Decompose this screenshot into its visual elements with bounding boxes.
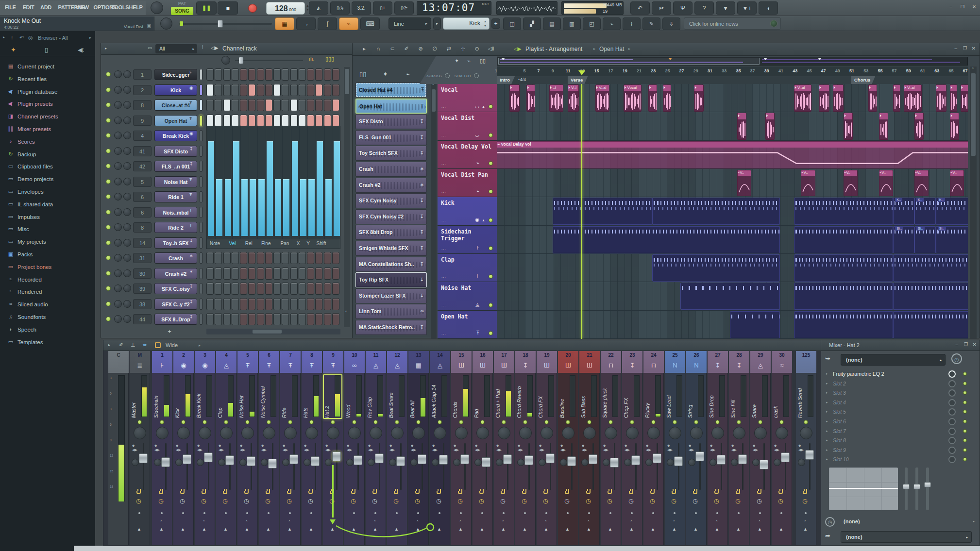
channel-target-strip[interactable] [200, 252, 203, 264]
panel-eq-preview[interactable] [829, 468, 898, 510]
rack-keyboard-toggle-icon[interactable]: ▯▯▯ [325, 56, 334, 62]
rack-graph-toggle-icon[interactable]: ılı. [309, 56, 315, 62]
step-cell[interactable] [332, 313, 339, 325]
brush-tool-button[interactable]: ✎ [642, 17, 660, 30]
strip-route-arrow-icon[interactable]: ▲ [544, 527, 548, 532]
step-cell[interactable] [257, 252, 264, 264]
link-channels-button[interactable]: ⌁ [339, 17, 358, 30]
strip-header[interactable]: 17Ш [494, 351, 514, 373]
strip-fader-handle[interactable] [439, 455, 448, 465]
channel-enable-led[interactable] [106, 72, 111, 77]
strip-clock-icon[interactable]: ◷ [244, 498, 249, 504]
slot-enable-led[interactable] [963, 391, 967, 395]
mixer-strip-saw-lead[interactable]: 25NSaw Lead◆ ◀▶◷⌃▲ [665, 351, 685, 545]
strip-pan-knob[interactable] [370, 427, 382, 439]
strip-pan-knob[interactable] [669, 427, 681, 439]
step-cell[interactable] [315, 99, 322, 111]
strip-stereo-knob[interactable] [624, 459, 631, 466]
slot-enable-led[interactable] [963, 410, 967, 414]
strip-route-arrow-icon[interactable]: ▲ [501, 527, 506, 532]
strip-sep-icon[interactable]: ◆ ◀▶ [539, 443, 544, 452]
strip-pan-knob[interactable] [284, 427, 297, 439]
slot-expand-icon[interactable]: ▸ [826, 382, 828, 385]
strip-fader-handle[interactable] [695, 451, 704, 461]
step-cell[interactable] [206, 84, 214, 96]
step-cell[interactable] [257, 298, 264, 310]
slot-enable-led[interactable] [963, 382, 967, 385]
eq-mini-slider-handle[interactable] [903, 484, 910, 489]
step-cell[interactable] [248, 84, 255, 96]
step-cell[interactable] [240, 283, 247, 295]
picker-item-toy-scritch-sfx[interactable]: Toy Scritch SFX↧ [355, 146, 427, 161]
strip-sep-icon[interactable]: ◆ ◀▶ [219, 443, 224, 452]
browser-item-templates[interactable]: ▭Templates [0, 337, 95, 349]
snap-next-button[interactable]: ▸ [433, 17, 441, 30]
strip-fader-handle[interactable] [610, 458, 619, 468]
playlist-track-header-noise-hat[interactable]: Noise Hat...◬ [438, 282, 497, 310]
audio-clip[interactable]: ⏵ [509, 84, 519, 112]
picker-item-ma-constellations-sh-[interactable]: MA Constellations Sh..↧ [355, 257, 427, 272]
strip-enable-led[interactable] [267, 420, 271, 424]
mixer-strip-pad[interactable]: 16ШPad◆ ◀▶◷▲ [473, 351, 493, 545]
strip-route-arrow-icon[interactable]: ▲ [159, 527, 164, 532]
strip-clock-icon[interactable]: ◷ [671, 498, 676, 504]
strip-route-arrow-icon[interactable]: ▲ [608, 527, 612, 532]
slot-expand-icon[interactable]: ▸ [826, 410, 828, 414]
strip-pan-knob[interactable] [776, 427, 788, 439]
strip-stereo-knob[interactable] [731, 459, 738, 466]
step-cell[interactable] [315, 115, 322, 127]
strip-route-arrow-icon[interactable]: ▲ [715, 527, 719, 532]
strip-arrow-small-icon[interactable]: ⌃ [245, 520, 248, 524]
import-button[interactable]: ⇩ [662, 17, 680, 30]
menu-item-help[interactable]: HELP [129, 4, 147, 10]
channel-pan-knob[interactable] [114, 86, 122, 94]
subheader-pattern-icon[interactable]: ▯▯ [480, 58, 486, 64]
pattern-clip[interactable] [794, 198, 893, 225]
strip-pan-knob[interactable] [690, 427, 703, 439]
plugin-slot-2[interactable]: ▸Slot 2 [821, 379, 980, 388]
mixer-strip-sidechain[interactable]: 1⊦Sidechain◆ ◀▶◷⌃▲ [152, 351, 172, 545]
strip-route-arrow-icon[interactable]: ▲ [137, 527, 141, 532]
graph-velocity-bar[interactable] [300, 179, 306, 236]
step-cell[interactable] [215, 99, 222, 111]
track-enable-led[interactable] [489, 218, 493, 222]
strip-fader-handle[interactable] [204, 452, 213, 462]
mixer-strip-chords[interactable]: 15ШChords◆ ◀▶◷⌃▲ [451, 351, 472, 545]
strip-header[interactable]: 19Ш [537, 351, 557, 373]
strip-enable-led[interactable] [587, 420, 591, 424]
strip-fader-handle[interactable] [354, 455, 362, 465]
channel-volume-knob[interactable] [123, 239, 131, 247]
slot-mix-knob[interactable] [948, 447, 956, 454]
step-cell[interactable] [290, 84, 298, 96]
strip-stereo-knob[interactable] [603, 459, 610, 466]
step-cell[interactable] [240, 313, 247, 325]
step-cell[interactable] [206, 283, 214, 295]
picker-tab-keyboard-icon[interactable]: ▯▯ [359, 70, 366, 78]
browser-back-icon[interactable]: ↶ [19, 34, 24, 41]
strip-header[interactable]: 11◬ [366, 351, 386, 373]
channel-target-strip[interactable] [200, 161, 203, 172]
pattern-clip[interactable] [794, 283, 893, 310]
graph-tab-note[interactable]: Note [210, 241, 220, 246]
channel-number-box[interactable]: 39 [133, 284, 152, 294]
strip-fader-handle[interactable] [482, 457, 490, 467]
audio-clip[interactable]: ⏵ [526, 84, 535, 112]
strip-pan-knob[interactable] [156, 427, 169, 439]
strip-header[interactable]: M≣ [130, 351, 150, 373]
step-cell[interactable] [257, 68, 264, 81]
strip-sep-icon[interactable]: ◆ ◀▶ [582, 443, 587, 452]
slot-mix-knob[interactable] [948, 380, 956, 387]
browser-item-my-projects[interactable]: ▭My projects [0, 236, 95, 249]
strip-sep-icon[interactable]: ◆ ◀▶ [432, 443, 438, 452]
step-cell[interactable] [299, 313, 306, 325]
track-menu-dots[interactable]: ... [441, 104, 446, 109]
channel-number-box[interactable]: 9 [133, 116, 152, 126]
step-cell[interactable] [299, 283, 306, 295]
browser-item-plugin-database[interactable]: ◀:Plugin database [0, 86, 95, 99]
strip-fader-handle[interactable] [332, 451, 341, 461]
slide-tool-icon[interactable]: ⇄ [443, 46, 455, 52]
strip-clock-icon[interactable]: ◷ [136, 498, 141, 504]
step-cell[interactable] [324, 115, 331, 127]
strip-stereo-knob[interactable] [325, 459, 332, 466]
rack-collapse-arrow-icon[interactable]: ⌄ [344, 308, 348, 313]
